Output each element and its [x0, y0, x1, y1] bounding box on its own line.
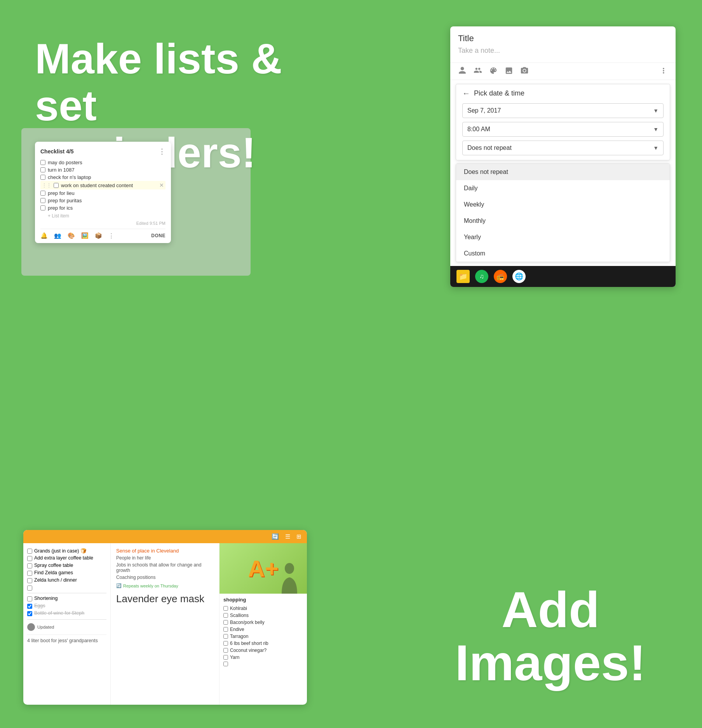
add-list-item[interactable]: + List item: [40, 212, 165, 219]
spray-coffee-table-text: Spray coffee table: [34, 563, 73, 568]
palette-icon[interactable]: [489, 66, 498, 76]
reminder-note-placeholder: Take a note...: [458, 47, 668, 55]
taskbar-podcast-icon[interactable]: 📻: [494, 270, 507, 283]
shopping-list-item: 6 lbs beef short rib: [223, 640, 303, 647]
checklist-archive-icon[interactable]: 📦: [95, 232, 102, 239]
shopping-item-zelda-lunch: Zelda lunch / dinner: [27, 577, 106, 584]
checklist-checkbox-5[interactable]: [40, 191, 45, 196]
check-wine[interactable]: [27, 611, 32, 616]
done-button[interactable]: DONE: [151, 233, 165, 238]
taskbar-chrome-icon[interactable]: 🌐: [512, 270, 526, 283]
shopping-item-wine: Bottle of wine for Steph: [27, 610, 106, 617]
refresh-icon[interactable]: 🔄: [272, 533, 279, 540]
shopping-right-col: A+ shopping Kohlrabi Scal: [219, 543, 307, 705]
add-images-line2: Images!: [434, 636, 667, 690]
repeat-row[interactable]: Does not repeat ▼: [462, 141, 664, 155]
check-endive[interactable]: [223, 627, 228, 632]
checklist-item: prep for puritas: [40, 197, 165, 204]
checklist-image-icon[interactable]: 🖼️: [81, 232, 89, 239]
check-spray[interactable]: [27, 563, 32, 568]
checklist-item-active: ⋮⋮ work on student created content ✕: [40, 181, 165, 189]
repeat-value: Does not repeat: [467, 144, 512, 151]
shopping-item-grands: Grands (just in case) 🍞: [27, 547, 106, 554]
add-extra-layer-text: Add extra layer coffee table: [34, 555, 93, 561]
check-bacon[interactable]: [223, 620, 228, 625]
check-eggs[interactable]: [27, 604, 32, 609]
shopping-section-title: shopping: [223, 597, 303, 603]
shopping-list-item: Yarn: [223, 654, 303, 661]
checklist-bell-icon[interactable]: 🔔: [40, 232, 48, 239]
repeat-option-weekly[interactable]: Weekly: [456, 196, 670, 213]
check-shortening[interactable]: [27, 596, 32, 601]
grid-icon[interactable]: ⊞: [296, 533, 301, 540]
check-grands[interactable]: [27, 549, 32, 554]
endive-text: Endive: [230, 627, 244, 632]
check-kohlrabi[interactable]: [223, 606, 228, 611]
checklist-panel: Checklist 4/5 ⋮ may do posters turn in 1…: [35, 142, 171, 243]
repeat-option-custom[interactable]: Custom: [456, 245, 670, 262]
repeat-dropdown: Does not repeat Daily Weekly Monthly Yea…: [456, 163, 670, 262]
check-zelda-lunch[interactable]: [27, 578, 32, 583]
headline-line1: Make lists &: [35, 35, 322, 82]
checklist-checkbox-3[interactable]: [40, 175, 45, 180]
date-row[interactable]: Sep 7, 2017 ▼: [462, 103, 664, 118]
checklist-people-icon[interactable]: 👥: [54, 232, 61, 239]
checklist-checkbox-7[interactable]: [40, 205, 45, 210]
repeat-option-daily[interactable]: Daily: [456, 180, 670, 196]
shopping-list-item: Kohlrabi: [223, 605, 303, 612]
date-dropdown-arrow: ▼: [653, 108, 658, 114]
shopping-list-section: shopping Kohlrabi Scallions Bacon/pork b…: [219, 594, 307, 670]
check-coconut[interactable]: [223, 648, 228, 653]
shopping-list-item: Coconut vinegar?: [223, 647, 303, 654]
checklist-item: prep for ics: [40, 204, 165, 212]
check-zelda-games[interactable]: [27, 571, 32, 576]
taskbar-spotify-icon[interactable]: ♫: [475, 270, 488, 283]
repeat-dropdown-arrow: ▼: [653, 145, 658, 151]
checklist-item: check for n's laptop: [40, 174, 165, 181]
people-icon[interactable]: [474, 66, 482, 76]
checklist-menu-icon[interactable]: ⋮: [159, 147, 165, 156]
checklist-more-icon[interactable]: ⋮: [108, 232, 114, 239]
shopping-middle-col: Sense of place in Cleveland People in he…: [111, 543, 219, 705]
check-blank[interactable]: [27, 586, 32, 591]
add-images-line1: Add: [434, 583, 667, 636]
repeat-option-monthly[interactable]: Monthly: [456, 213, 670, 229]
check-beef[interactable]: [223, 641, 228, 646]
check-scallions[interactable]: [223, 613, 228, 618]
more-vert-icon[interactable]: [659, 66, 668, 76]
repeats-badge: 🔄 Repeats weekly on Thursday: [116, 583, 214, 588]
repeat-option-yearly[interactable]: Yearly: [456, 229, 670, 245]
checklist-title: Checklist 4/5: [40, 148, 74, 155]
updated-row: Updated: [27, 622, 106, 632]
shopping-item-shortening: Shortening: [27, 595, 106, 602]
image-icon[interactable]: [505, 66, 513, 76]
check-extra[interactable]: [223, 662, 228, 666]
check-yarn[interactable]: [223, 655, 228, 660]
svg-point-0: [285, 563, 294, 574]
repeat-option-does-not-repeat[interactable]: Does not repeat: [456, 164, 670, 180]
taskbar-files-icon[interactable]: 📁: [456, 270, 470, 283]
pick-datetime-panel: ← Pick date & time Sep 7, 2017 ▼ 8:00 AM…: [456, 84, 670, 160]
check-tarragon[interactable]: [223, 634, 228, 639]
camera-icon[interactable]: [520, 66, 529, 76]
list-icon[interactable]: ☰: [285, 533, 290, 540]
check-coffee-table[interactable]: [27, 556, 32, 561]
repeat-icon: 🔄: [116, 583, 122, 588]
checklist-color-icon[interactable]: 🎨: [68, 232, 75, 239]
grade-a-area: A+: [219, 543, 307, 594]
checklist-checkbox-1[interactable]: [40, 160, 45, 165]
time-row[interactable]: 8:00 AM ▼: [462, 122, 664, 137]
shopping-left-col: Grands (just in case) 🍞 Add extra layer …: [23, 543, 111, 705]
delete-item-icon[interactable]: ✕: [159, 182, 164, 188]
person-icon[interactable]: [458, 66, 467, 76]
shopping-list-item: [223, 661, 303, 667]
shopping-item-eggs: Eggs: [27, 602, 106, 610]
bottom-note: 4 liter boot for jess' grandparents: [27, 634, 106, 643]
checklist-checkbox-6[interactable]: [40, 198, 45, 203]
back-arrow-icon[interactable]: ←: [462, 89, 470, 98]
shopping-item-spray: Spray coffee table: [27, 562, 106, 569]
drag-handle-icon[interactable]: ⋮⋮: [42, 182, 51, 188]
edited-timestamp: Edited 9:51 PM: [40, 221, 165, 226]
checklist-checkbox-2[interactable]: [40, 167, 45, 172]
checklist-checkbox-4[interactable]: [54, 183, 59, 188]
